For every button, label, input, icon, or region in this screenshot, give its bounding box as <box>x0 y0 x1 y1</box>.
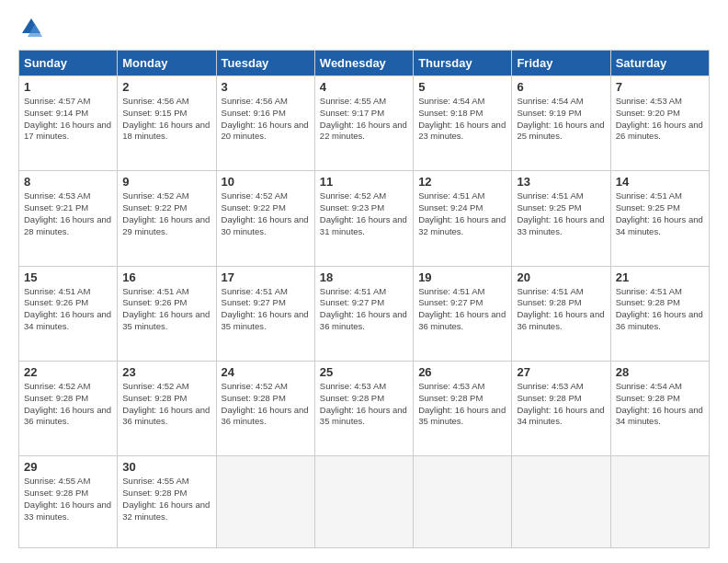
header <box>18 15 710 40</box>
day-cell-empty <box>216 456 314 548</box>
day-num: 8 <box>24 175 112 189</box>
day-info: Sunrise: 4:51 AMSunset: 9:28 PMDaylight:… <box>616 286 704 333</box>
day-num: 29 <box>24 460 112 474</box>
calendar-body: 1Sunrise: 4:57 AMSunset: 9:14 PMDaylight… <box>19 76 710 548</box>
day-info: Sunrise: 4:51 AMSunset: 9:28 PMDaylight:… <box>517 286 605 333</box>
day-num: 15 <box>24 270 112 284</box>
day-info: Sunrise: 4:53 AMSunset: 9:28 PMDaylight:… <box>517 381 605 428</box>
week-row-3: 15Sunrise: 4:51 AMSunset: 9:26 PMDayligh… <box>19 266 710 361</box>
day-info: Sunrise: 4:51 AMSunset: 9:26 PMDaylight:… <box>122 286 210 333</box>
calendar: SundayMondayTuesdayWednesdayThursdayFrid… <box>18 50 710 548</box>
day-num: 5 <box>418 80 506 94</box>
day-cell-26: 26Sunrise: 4:53 AMSunset: 9:28 PMDayligh… <box>414 361 512 455</box>
day-cell-13: 13Sunrise: 4:51 AMSunset: 9:25 PMDayligh… <box>512 171 610 266</box>
day-info: Sunrise: 4:52 AMSunset: 9:23 PMDaylight:… <box>320 190 408 237</box>
day-num: 9 <box>122 175 210 189</box>
day-cell-5: 5Sunrise: 4:54 AMSunset: 9:18 PMDaylight… <box>414 76 512 171</box>
week-row-1: 1Sunrise: 4:57 AMSunset: 9:14 PMDaylight… <box>19 76 710 171</box>
day-cell-1: 1Sunrise: 4:57 AMSunset: 9:14 PMDaylight… <box>19 76 118 171</box>
day-cell-8: 8Sunrise: 4:53 AMSunset: 9:21 PMDaylight… <box>19 171 118 266</box>
logo <box>18 15 48 40</box>
day-info: Sunrise: 4:54 AMSunset: 9:19 PMDaylight:… <box>517 96 605 143</box>
day-cell-15: 15Sunrise: 4:51 AMSunset: 9:26 PMDayligh… <box>19 266 118 361</box>
day-cell-empty <box>414 456 512 548</box>
day-num: 22 <box>24 365 112 379</box>
day-info: Sunrise: 4:51 AMSunset: 9:26 PMDaylight:… <box>24 286 112 333</box>
week-row-5: 29Sunrise: 4:55 AMSunset: 9:28 PMDayligh… <box>19 456 710 548</box>
col-header-friday: Friday <box>512 51 610 76</box>
day-info: Sunrise: 4:51 AMSunset: 9:25 PMDaylight:… <box>616 190 704 237</box>
day-cell-24: 24Sunrise: 4:52 AMSunset: 9:28 PMDayligh… <box>216 361 314 455</box>
day-cell-25: 25Sunrise: 4:53 AMSunset: 9:28 PMDayligh… <box>314 361 413 455</box>
day-info: Sunrise: 4:52 AMSunset: 9:28 PMDaylight:… <box>24 381 112 428</box>
day-info: Sunrise: 4:51 AMSunset: 9:24 PMDaylight:… <box>418 190 506 237</box>
day-num: 24 <box>222 365 310 379</box>
day-num: 26 <box>418 365 506 379</box>
day-info: Sunrise: 4:55 AMSunset: 9:17 PMDaylight:… <box>320 96 408 143</box>
day-info: Sunrise: 4:55 AMSunset: 9:28 PMDaylight:… <box>24 476 112 523</box>
day-num: 3 <box>222 80 310 94</box>
week-row-2: 8Sunrise: 4:53 AMSunset: 9:21 PMDaylight… <box>19 171 710 266</box>
day-num: 16 <box>122 270 210 284</box>
day-cell-empty <box>314 456 413 548</box>
page: SundayMondayTuesdayWednesdayThursdayFrid… <box>0 0 728 563</box>
day-info: Sunrise: 4:56 AMSunset: 9:15 PMDaylight:… <box>122 96 210 143</box>
day-cell-16: 16Sunrise: 4:51 AMSunset: 9:26 PMDayligh… <box>118 266 216 361</box>
day-cell-17: 17Sunrise: 4:51 AMSunset: 9:27 PMDayligh… <box>216 266 314 361</box>
day-num: 21 <box>616 270 704 284</box>
day-num: 27 <box>517 365 605 379</box>
col-header-thursday: Thursday <box>414 51 512 76</box>
day-cell-empty <box>610 456 709 548</box>
day-num: 23 <box>122 365 210 379</box>
header-row: SundayMondayTuesdayWednesdayThursdayFrid… <box>19 51 710 76</box>
day-info: Sunrise: 4:53 AMSunset: 9:21 PMDaylight:… <box>24 190 112 237</box>
day-info: Sunrise: 4:52 AMSunset: 9:22 PMDaylight:… <box>122 190 210 237</box>
day-cell-3: 3Sunrise: 4:56 AMSunset: 9:16 PMDaylight… <box>216 76 314 171</box>
day-cell-27: 27Sunrise: 4:53 AMSunset: 9:28 PMDayligh… <box>512 361 610 455</box>
day-info: Sunrise: 4:57 AMSunset: 9:14 PMDaylight:… <box>24 96 112 143</box>
day-num: 30 <box>122 460 210 474</box>
day-info: Sunrise: 4:53 AMSunset: 9:20 PMDaylight:… <box>616 96 704 143</box>
day-num: 2 <box>122 80 210 94</box>
day-cell-14: 14Sunrise: 4:51 AMSunset: 9:25 PMDayligh… <box>610 171 709 266</box>
day-cell-9: 9Sunrise: 4:52 AMSunset: 9:22 PMDaylight… <box>118 171 216 266</box>
day-info: Sunrise: 4:54 AMSunset: 9:18 PMDaylight:… <box>418 96 506 143</box>
day-cell-21: 21Sunrise: 4:51 AMSunset: 9:28 PMDayligh… <box>610 266 709 361</box>
day-num: 17 <box>222 270 310 284</box>
day-cell-23: 23Sunrise: 4:52 AMSunset: 9:28 PMDayligh… <box>118 361 216 455</box>
col-header-sunday: Sunday <box>19 51 118 76</box>
day-num: 25 <box>320 365 408 379</box>
day-info: Sunrise: 4:52 AMSunset: 9:28 PMDaylight:… <box>122 381 210 428</box>
day-cell-4: 4Sunrise: 4:55 AMSunset: 9:17 PMDaylight… <box>314 76 413 171</box>
day-num: 18 <box>320 270 408 284</box>
day-cell-empty <box>512 456 610 548</box>
col-header-tuesday: Tuesday <box>216 51 314 76</box>
day-cell-20: 20Sunrise: 4:51 AMSunset: 9:28 PMDayligh… <box>512 266 610 361</box>
day-num: 6 <box>517 80 605 94</box>
col-header-wednesday: Wednesday <box>314 51 413 76</box>
day-num: 13 <box>517 175 605 189</box>
day-info: Sunrise: 4:54 AMSunset: 9:28 PMDaylight:… <box>616 381 704 428</box>
day-info: Sunrise: 4:53 AMSunset: 9:28 PMDaylight:… <box>320 381 408 428</box>
day-cell-19: 19Sunrise: 4:51 AMSunset: 9:27 PMDayligh… <box>414 266 512 361</box>
day-info: Sunrise: 4:52 AMSunset: 9:28 PMDaylight:… <box>222 381 310 428</box>
day-cell-7: 7Sunrise: 4:53 AMSunset: 9:20 PMDaylight… <box>610 76 709 171</box>
day-cell-10: 10Sunrise: 4:52 AMSunset: 9:22 PMDayligh… <box>216 171 314 266</box>
day-info: Sunrise: 4:55 AMSunset: 9:28 PMDaylight:… <box>122 476 210 523</box>
day-num: 1 <box>24 80 112 94</box>
day-info: Sunrise: 4:52 AMSunset: 9:22 PMDaylight:… <box>222 190 310 237</box>
day-cell-29: 29Sunrise: 4:55 AMSunset: 9:28 PMDayligh… <box>19 456 118 548</box>
day-num: 10 <box>222 175 310 189</box>
day-num: 4 <box>320 80 408 94</box>
day-cell-22: 22Sunrise: 4:52 AMSunset: 9:28 PMDayligh… <box>19 361 118 455</box>
day-num: 28 <box>616 365 704 379</box>
col-header-monday: Monday <box>118 51 216 76</box>
calendar-header: SundayMondayTuesdayWednesdayThursdayFrid… <box>19 51 710 76</box>
day-cell-11: 11Sunrise: 4:52 AMSunset: 9:23 PMDayligh… <box>314 171 413 266</box>
day-num: 7 <box>616 80 704 94</box>
day-cell-6: 6Sunrise: 4:54 AMSunset: 9:19 PMDaylight… <box>512 76 610 171</box>
day-cell-28: 28Sunrise: 4:54 AMSunset: 9:28 PMDayligh… <box>610 361 709 455</box>
day-num: 20 <box>517 270 605 284</box>
day-cell-18: 18Sunrise: 4:51 AMSunset: 9:27 PMDayligh… <box>314 266 413 361</box>
day-info: Sunrise: 4:51 AMSunset: 9:27 PMDaylight:… <box>222 286 310 333</box>
